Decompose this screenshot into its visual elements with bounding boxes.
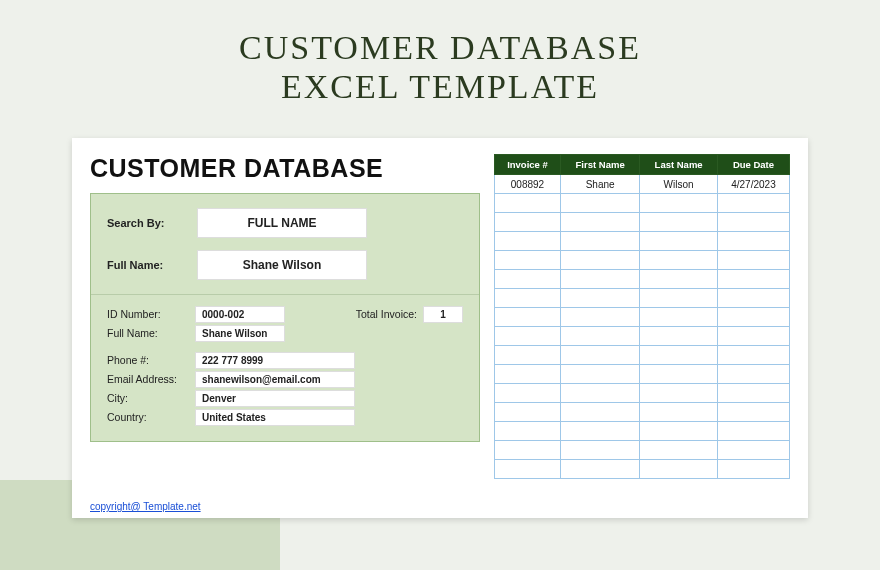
total-invoice-label: Total Invoice: — [356, 308, 417, 320]
table-cell — [640, 194, 718, 213]
country-value: United States — [195, 409, 355, 426]
id-number-label: ID Number: — [107, 308, 195, 320]
table-cell — [560, 403, 639, 422]
table-cell — [560, 232, 639, 251]
search-by-label: Search By: — [107, 217, 185, 229]
table-cell — [495, 270, 561, 289]
table-cell — [560, 270, 639, 289]
search-box: Search By: FULL NAME Full Name: Shane Wi… — [90, 193, 480, 442]
table-row[interactable] — [495, 308, 790, 327]
table-cell — [640, 441, 718, 460]
table-cell — [560, 194, 639, 213]
table-row[interactable] — [495, 460, 790, 479]
left-panel: CUSTOMER DATABASE Search By: FULL NAME F… — [90, 154, 480, 482]
table-row[interactable] — [495, 251, 790, 270]
table-row[interactable] — [495, 327, 790, 346]
table-cell — [495, 308, 561, 327]
table-cell — [560, 213, 639, 232]
table-cell — [717, 384, 789, 403]
table-cell — [717, 213, 789, 232]
right-panel: Invoice # First Name Last Name Due Date … — [494, 154, 790, 482]
total-invoice-value: 1 — [423, 306, 463, 323]
table-row[interactable] — [495, 403, 790, 422]
table-cell — [717, 403, 789, 422]
phone-value: 222 777 8999 — [195, 352, 355, 369]
id-number-value: 0000-002 — [195, 306, 285, 323]
table-row[interactable] — [495, 194, 790, 213]
table-cell — [717, 251, 789, 270]
email-label: Email Address: — [107, 373, 195, 385]
table-cell — [717, 327, 789, 346]
table-row[interactable] — [495, 346, 790, 365]
table-cell — [717, 365, 789, 384]
table-cell — [495, 441, 561, 460]
table-cell — [640, 289, 718, 308]
table-cell — [495, 365, 561, 384]
city-label: City: — [107, 392, 195, 404]
search-by-input[interactable]: FULL NAME — [197, 208, 367, 238]
table-cell — [495, 384, 561, 403]
table-cell — [717, 460, 789, 479]
table-cell — [560, 460, 639, 479]
table-row[interactable] — [495, 441, 790, 460]
fullname-label: Full Name: — [107, 327, 195, 339]
table-header-row: Invoice # First Name Last Name Due Date — [495, 155, 790, 175]
table-cell: Wilson — [640, 175, 718, 194]
table-cell — [640, 270, 718, 289]
table-cell — [717, 194, 789, 213]
table-cell — [640, 308, 718, 327]
table-cell — [495, 251, 561, 270]
template-card: CUSTOMER DATABASE Search By: FULL NAME F… — [72, 138, 808, 518]
page-title: CUSTOMER DATABASE EXCEL TEMPLATE — [0, 0, 880, 106]
table-cell — [495, 289, 561, 308]
table-row[interactable] — [495, 232, 790, 251]
table-cell — [640, 384, 718, 403]
city-value: Denver — [195, 390, 355, 407]
table-cell — [560, 346, 639, 365]
table-row[interactable] — [495, 422, 790, 441]
table-cell — [640, 403, 718, 422]
table-cell — [560, 251, 639, 270]
table-cell — [717, 346, 789, 365]
table-cell — [640, 346, 718, 365]
copyright-link[interactable]: copyright@ Template.net — [90, 501, 201, 512]
full-name-input[interactable]: Shane Wilson — [197, 250, 367, 280]
col-first-name: First Name — [560, 155, 639, 175]
table-cell — [640, 422, 718, 441]
table-cell — [717, 289, 789, 308]
col-last-name: Last Name — [640, 155, 718, 175]
table-cell — [717, 232, 789, 251]
col-invoice: Invoice # — [495, 155, 561, 175]
table-cell — [640, 460, 718, 479]
table-row[interactable] — [495, 289, 790, 308]
table-cell — [495, 213, 561, 232]
table-cell — [640, 232, 718, 251]
table-cell — [560, 384, 639, 403]
table-cell — [640, 365, 718, 384]
table-row[interactable] — [495, 270, 790, 289]
fullname-value: Shane Wilson — [195, 325, 285, 342]
table-cell — [560, 422, 639, 441]
table-cell — [717, 308, 789, 327]
table-row[interactable]: 008892ShaneWilson4/27/2023 — [495, 175, 790, 194]
table-cell — [640, 251, 718, 270]
table-cell — [495, 422, 561, 441]
invoice-table: Invoice # First Name Last Name Due Date … — [494, 154, 790, 479]
table-cell — [560, 327, 639, 346]
table-cell — [495, 460, 561, 479]
table-cell — [495, 346, 561, 365]
table-cell — [640, 327, 718, 346]
table-row[interactable] — [495, 213, 790, 232]
phone-label: Phone #: — [107, 354, 195, 366]
country-label: Country: — [107, 411, 195, 423]
page-title-line2: EXCEL TEMPLATE — [0, 67, 880, 106]
table-cell — [495, 327, 561, 346]
email-value: shanewilson@email.com — [195, 371, 355, 388]
table-cell — [495, 194, 561, 213]
table-row[interactable] — [495, 365, 790, 384]
table-cell — [495, 232, 561, 251]
table-cell — [560, 289, 639, 308]
table-row[interactable] — [495, 384, 790, 403]
table-cell — [717, 422, 789, 441]
table-cell — [560, 441, 639, 460]
